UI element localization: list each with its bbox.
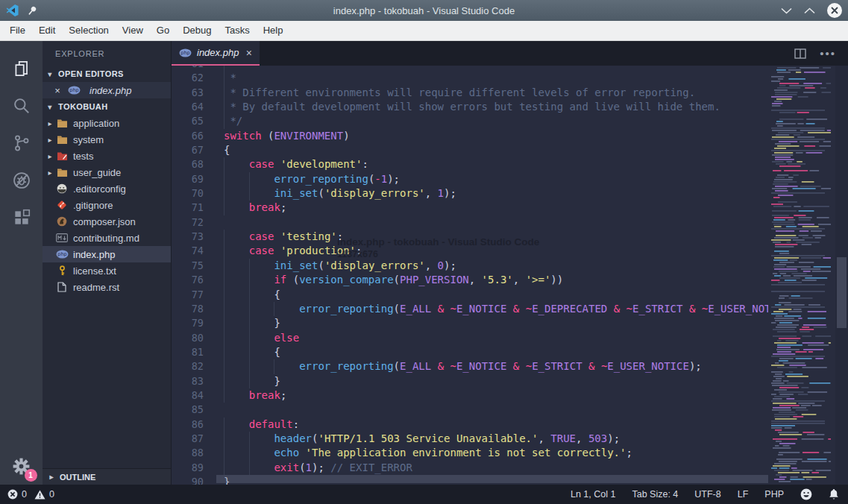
code-line: 79 } [172,316,768,330]
indent-guide [249,359,250,374]
key-icon [54,265,69,276]
code-text: * By default development will show error… [224,100,768,114]
vertical-scrollbar-thumb[interactable] [837,257,847,328]
errors-icon[interactable] [7,489,18,500]
line-number: 84 [172,388,224,403]
status-tab-size-4[interactable]: Tab Size: 4 [632,489,678,500]
warnings-count[interactable]: 0 [49,489,54,500]
indent-guide [224,316,224,330]
indent-guide [224,259,224,273]
tree-item-tests[interactable]: ▸tests [43,148,171,164]
minimize-button[interactable] [781,7,792,14]
errors-count[interactable]: 0 [22,489,27,500]
indent-guide [224,86,224,100]
line-number: 86 [172,418,224,432]
activity-source-control-icon[interactable] [5,125,38,162]
warnings-icon[interactable] [34,490,45,500]
code-line: 85 [172,403,768,417]
vscode-window: { "window": { "title": "index.php - toko… [0,0,848,504]
tab-close-icon[interactable]: × [246,47,252,59]
indent-guide [224,230,224,244]
minimap[interactable] [768,66,835,485]
menu-go[interactable]: Go [150,21,176,40]
indent-guide [224,201,224,215]
indent-guide [224,374,224,388]
line-number: 64 [172,100,224,114]
split-editor-icon[interactable] [794,48,806,59]
folder-icon [54,168,69,177]
menu-tasks[interactable]: Tasks [218,21,256,40]
menu-selection[interactable]: Selection [62,21,115,40]
line-number: 62 [172,71,224,85]
line-number: 76 [172,273,224,287]
line-number: 69 [172,172,224,186]
tree-item-user-guide[interactable]: ▸user_guide [43,164,171,180]
line-number: 87 [172,432,224,446]
maximize-button[interactable] [804,7,815,14]
menu-debug[interactable]: Debug [176,21,218,40]
settings-gear-icon[interactable]: 1 [9,453,34,479]
menu-view[interactable]: View [116,21,150,40]
code-text: default: [224,418,768,432]
indent-guide [224,461,224,475]
tree-item-composer-json[interactable]: composer.json [43,213,171,230]
open-editors-header[interactable]: ▾ OPEN EDITORS [43,66,171,82]
outline-section-header[interactable]: ▸ OUTLINE [43,468,171,485]
code-text: case 'development': [224,157,768,171]
window-title: index.php - tokobuah - Visual Studio Cod… [0,5,848,16]
menu-edit[interactable]: Edit [32,21,62,40]
activity-explorer-icon[interactable] [5,50,38,87]
notifications-bell-icon[interactable] [829,488,839,500]
indent-guide [249,302,250,316]
status-php[interactable]: PHP [764,489,784,500]
status-ln-1-col-1[interactable]: Ln 1, Col 1 [571,489,615,500]
chevron-down-icon: ▾ [45,70,54,78]
menu-help[interactable]: Help [257,21,290,40]
more-actions-icon[interactable]: ••• [820,48,836,59]
notification-badge: 1 [25,469,37,482]
tree-item-license-txt[interactable]: license.txt [43,262,171,279]
code-line: 61 *------------------------------------… [172,66,768,71]
activity-search-icon[interactable] [5,87,38,125]
indent-guide [224,345,224,359]
tree-item--editorconfig[interactable]: .editorconfig [43,180,171,197]
tree-item-readme-rst[interactable]: readme.rst [43,279,171,295]
project-root-header[interactable]: ▾ TOKOBUAH [43,98,171,115]
vertical-scrollbar[interactable] [835,66,848,485]
status-utf-8[interactable]: UTF-8 [694,489,720,500]
code-line: 81 { [172,345,768,359]
indent-guide [249,288,250,302]
status-lf[interactable]: LF [738,489,749,500]
php-icon: php [54,250,69,259]
code-text: switch (ENVIRONMENT) [224,129,768,143]
menu-file[interactable]: File [3,21,32,40]
tree-item-index-php[interactable]: phpindex.php [43,246,171,262]
indent-guide [224,273,224,287]
close-button[interactable] [827,3,842,18]
line-number: 70 [172,186,224,201]
tree-item-contributing-md[interactable]: contributing.md [43,230,171,246]
activity-extensions-icon[interactable] [5,199,38,236]
line-number: 78 [172,302,224,316]
horizontal-scrollbar-thumb[interactable] [216,475,768,483]
code-text: * [224,71,768,85]
folder-icon [54,119,69,128]
tree-item--gitignore[interactable]: .gitignore [43,197,171,213]
activity-debug-icon[interactable] [5,162,38,199]
line-number: 67 [172,143,224,157]
code-text: if (version_compare(PHP_VERSION, '5.3', … [224,273,768,287]
open-editor-item[interactable]: ×phpindex.php [43,82,171,98]
indent-guide [249,374,250,388]
pin-icon[interactable] [25,3,40,18]
line-number: 89 [172,461,224,475]
indent-guide [249,446,250,460]
tree-item-label: .gitignore [73,200,113,211]
close-icon[interactable]: × [53,85,62,96]
tree-item-application[interactable]: ▸application [43,115,171,131]
code-line: 74 case 'production': [172,244,768,258]
tab-index-php[interactable]: php index.php × [172,41,260,66]
code-editor[interactable]: 61 *------------------------------------… [172,66,848,485]
feedback-smiley-icon[interactable] [800,488,812,500]
tree-item-system[interactable]: ▸system [43,131,171,148]
indent-guide [249,172,250,186]
